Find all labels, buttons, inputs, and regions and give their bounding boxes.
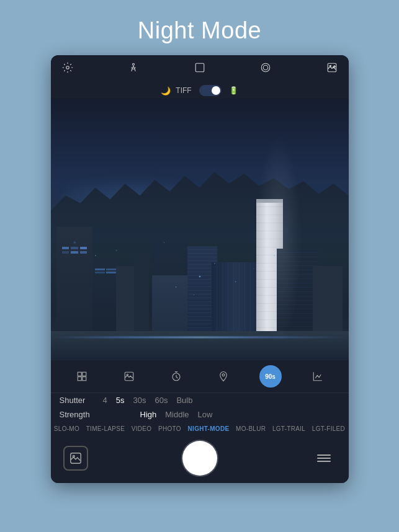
square-icon[interactable] [194,62,205,76]
shutter-label: Shutter [60,396,103,405]
svg-point-1 [133,63,135,65]
svg-point-6 [330,65,331,66]
shutter-row: Shutter 4 5s 30s 60s Bulb [51,393,349,407]
menu-button[interactable] [312,446,336,471]
shutter-val-60s[interactable]: 60s [155,396,168,405]
chart-btn[interactable] [307,365,329,388]
svg-rect-7 [78,372,81,376]
svg-point-16 [73,455,74,457]
figure-icon[interactable] [128,62,139,76]
tab-lgt-filed[interactable]: LGT-FILED [312,425,345,432]
gallery-button[interactable] [63,446,88,471]
shutter-values: 4 5s 30s 60s Bulb [103,396,193,405]
svg-point-14 [222,374,225,376]
night-mode-label: 90s [265,373,276,380]
shutter-val-4[interactable]: 4 [103,396,107,405]
svg-rect-9 [78,377,81,381]
shutter-button[interactable] [182,441,217,476]
strength-middle[interactable]: Middle [165,410,189,419]
shutter-val-5s[interactable]: 5s [116,396,125,405]
tab-slo-mo[interactable]: SLO-MO [54,425,79,432]
svg-rect-10 [82,377,86,381]
page-title: Night Mode [138,17,261,44]
icon-row: 90s [51,360,349,393]
tab-mo-blur[interactable]: MO-BLUR [236,425,266,432]
strength-high[interactable]: High [140,410,157,419]
circle-icon[interactable] [260,62,271,76]
svg-point-0 [66,66,69,69]
tab-video[interactable]: VIDEO [132,425,152,432]
city-background [51,99,349,360]
image-btn[interactable] [118,365,140,388]
moon-icon: 🌙 [161,86,171,95]
strength-label: Strength [60,410,103,419]
tiff-label: TIFF [176,86,191,95]
strength-row: Strength High Middle Low [51,407,349,422]
top-toolbar [51,55,349,82]
action-bar [51,436,349,483]
svg-point-4 [263,65,268,70]
grid-btn[interactable] [71,365,93,388]
phone-frame: 🌙 TIFF 🔋 [51,55,349,483]
menu-line-2 [317,458,331,459]
building-glow [256,133,301,347]
tiff-toggle[interactable] [199,85,222,96]
strength-low[interactable]: Low [198,410,213,419]
gallery-add-icon[interactable] [326,62,338,76]
svg-rect-2 [195,63,204,72]
shutter-val-bulb[interactable]: Bulb [176,396,192,405]
mode-bar: 🌙 TIFF 🔋 [51,82,349,99]
tab-photo[interactable]: PHOTO [158,425,181,432]
svg-point-3 [261,63,270,72]
shutter-val-30s[interactable]: 30s [133,396,146,405]
tab-time-lapse[interactable]: TIME-LAPSE [86,425,125,432]
svg-point-12 [127,374,128,375]
mode-tabs: SLO-MO TIME-LAPSE VIDEO PHOTO NIGHT-MODE… [51,422,349,436]
location-btn[interactable] [212,365,235,388]
camera-viewfinder [51,99,349,360]
menu-line-3 [317,461,331,462]
timer-btn[interactable] [165,365,187,388]
city-lights [51,99,349,360]
bottom-controls: 90s Shutter 4 5s 30s 60s Bulb Strength [51,360,349,483]
tab-night-mode[interactable]: NIGHT-MODE [188,425,230,432]
svg-rect-8 [82,372,86,376]
battery-icon: 🔋 [229,86,238,95]
toggle-knob [212,86,220,95]
strength-values: High Middle Low [140,410,213,419]
menu-line-1 [317,454,331,456]
night-mode-btn[interactable]: 90s [259,365,282,388]
tab-lgt-trail[interactable]: LGT-TRAIL [272,425,305,432]
settings-icon[interactable] [62,62,73,76]
